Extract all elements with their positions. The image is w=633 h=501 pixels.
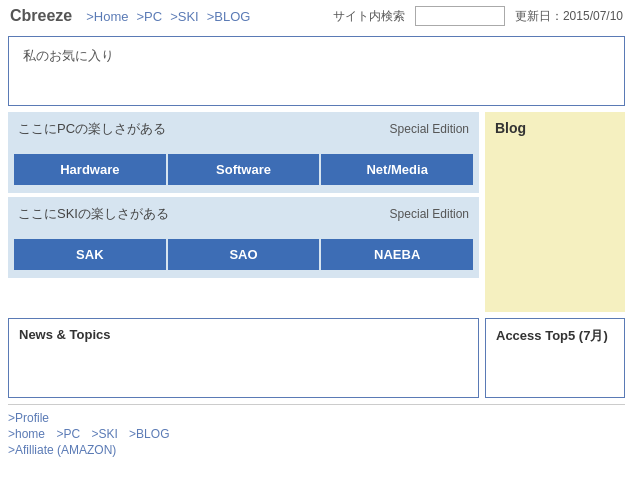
news-box: News & Topics — [8, 318, 479, 398]
ski-section-title: ここにSKIの楽しさがある — [18, 205, 169, 223]
logo: Cbreeze — [10, 7, 72, 25]
pc-section-title: ここにPCの楽しさがある — [18, 120, 166, 138]
nav-links: >Home >PC >SKI >BLOG — [86, 9, 250, 24]
bottom-area: News & Topics Access Top5 (7月) — [8, 318, 625, 398]
header: Cbreeze >Home >PC >SKI >BLOG サイト内検索 更新日：… — [0, 0, 633, 32]
main-area: ここにPCの楽しさがある Special Edition Hardware So… — [8, 112, 625, 312]
search-input[interactable] — [415, 6, 505, 26]
blog-panel: Blog — [485, 112, 625, 312]
nav-ski[interactable]: >SKI — [170, 9, 199, 24]
footer-row-1: >Profile — [8, 411, 625, 425]
sao-button[interactable]: SAO — [168, 239, 320, 270]
pc-buttons: Hardware Software Net/Media — [8, 154, 479, 193]
footer-row-2: >home >PC >SKI >BLOG — [8, 427, 625, 441]
naeba-button[interactable]: NAEBA — [321, 239, 473, 270]
netmedia-button[interactable]: Net/Media — [321, 154, 473, 185]
access-title: Access Top5 (7月) — [496, 327, 614, 345]
pc-special-edition: Special Edition — [390, 122, 469, 136]
footer-ski[interactable]: >SKI — [91, 427, 117, 441]
blog-title: Blog — [485, 112, 625, 144]
ski-special-edition: Special Edition — [390, 207, 469, 221]
footer-pc[interactable]: >PC — [56, 427, 80, 441]
footer-affiliate[interactable]: >Afilliate (AMAZON) — [8, 443, 116, 457]
updated-date: 更新日：2015/07/10 — [515, 8, 623, 25]
favorites-label: 私のお気に入り — [23, 48, 114, 63]
nav-blog[interactable]: >BLOG — [207, 9, 251, 24]
ski-buttons: SAK SAO NAEBA — [8, 239, 479, 278]
software-button[interactable]: Software — [168, 154, 320, 185]
sak-button[interactable]: SAK — [14, 239, 166, 270]
left-panel: ここにPCの楽しさがある Special Edition Hardware So… — [8, 112, 479, 312]
favorites-box: 私のお気に入り — [8, 36, 625, 106]
search-label: サイト内検索 — [333, 8, 405, 25]
news-title: News & Topics — [19, 327, 468, 342]
footer-row-3: >Afilliate (AMAZON) — [8, 443, 625, 457]
nav-home[interactable]: >Home — [86, 9, 128, 24]
footer: >Profile >home >PC >SKI >BLOG >Afilliate… — [8, 404, 625, 457]
hardware-button[interactable]: Hardware — [14, 154, 166, 185]
footer-profile[interactable]: >Profile — [8, 411, 49, 425]
pc-section-header: ここにPCの楽しさがある Special Edition — [8, 112, 479, 144]
footer-home[interactable]: >home — [8, 427, 45, 441]
pc-section: ここにPCの楽しさがある Special Edition Hardware So… — [8, 112, 479, 193]
footer-blog[interactable]: >BLOG — [129, 427, 169, 441]
ski-section-header: ここにSKIの楽しさがある Special Edition — [8, 197, 479, 229]
ski-section: ここにSKIの楽しさがある Special Edition SAK SAO NA… — [8, 197, 479, 278]
nav-pc[interactable]: >PC — [137, 9, 163, 24]
access-box: Access Top5 (7月) — [485, 318, 625, 398]
